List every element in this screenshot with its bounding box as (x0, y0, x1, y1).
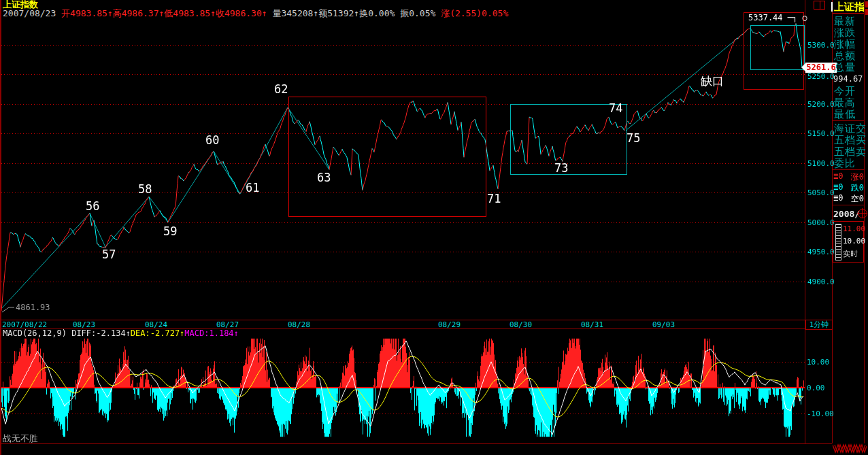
macd-value-field: DEA:-2.727↑ (131, 328, 184, 338)
indicator-metric-box: 11.00 10.00 实时 (833, 221, 864, 263)
quote-field: 涨(2.55)0.05% (441, 8, 508, 18)
wave-count-label: 60 (205, 133, 219, 147)
date-tick-label: 08/29 (438, 320, 461, 329)
date-tick-label: 08/28 (288, 320, 310, 329)
crosshair-icon[interactable] (858, 209, 867, 218)
sidebar-field-label: 委比 (834, 157, 865, 170)
metric-value-3: 实时 (843, 249, 858, 259)
macd-value-field: MACD:1.184↑ (184, 328, 238, 338)
wave-count-label: 58 (138, 182, 152, 196)
quote-field: 开4983.85↑ (61, 8, 113, 18)
clock-text: 2008/ (833, 209, 860, 219)
sidebar-divider (833, 205, 864, 205)
peak-annotation: 5337.44 ─┐ ○ (748, 14, 807, 22)
border-zigzag-decoration (833, 443, 867, 454)
date-tick-label: 08/30 (510, 320, 532, 329)
period-selector[interactable]: 1分钟 (805, 320, 833, 330)
count-icon: ≣0 (833, 182, 843, 194)
date-tick-label: 08/31 (581, 320, 603, 329)
price-axis-label: 4900.0 (807, 277, 835, 286)
quote-field: 低4983.85↑ (164, 8, 216, 18)
macd-value-field: DIFF:-2.134↑ (71, 328, 131, 338)
sidebar-field-value: 994.67 (833, 74, 863, 84)
count-icon: ≣0 (833, 171, 843, 183)
sidebar-count-row: ≣0空0 (833, 193, 864, 205)
macd-axis-label: -10.00 (807, 409, 834, 418)
date-row-top-border (0, 320, 805, 320)
wave-count-label: 73 (554, 161, 568, 175)
macd-axis-label: 10.00 (807, 358, 829, 367)
drawn-rectangle-annotation (750, 25, 805, 70)
quote-field: 收4986.30↑ (216, 8, 272, 18)
macd-value-field: MACD(26,12,9) (3, 328, 71, 338)
trading-app-window: { "app": { "watermark": "战无不胜" }, "title… (0, 0, 868, 455)
sidebar-count-row: ≣0涨0 (833, 171, 864, 183)
last-price-tag: 5261.6 (805, 63, 837, 73)
price-axis-label: 5150.0 (807, 129, 835, 138)
price-axis-label: 5000.0 (807, 218, 835, 227)
wave-count-label: 71 (487, 192, 501, 205)
sidebar-header-underline (833, 13, 864, 14)
wave-count-label: 63 (317, 171, 331, 184)
wave-count-label: 61 (246, 181, 259, 195)
price-axis-label: 5250.0 (807, 72, 835, 81)
quote-field: 高4986.37↑ (113, 8, 165, 18)
quote-field: 额51392↑ (318, 8, 359, 18)
sidebar-field-label: 总量 (834, 61, 865, 74)
count-value: 涨0 (851, 171, 864, 183)
wave-count-label: 56 (86, 199, 99, 213)
wave-count-label: 74 (609, 101, 622, 115)
text-cursor (831, 2, 833, 12)
wave-count-label: 75 (627, 131, 640, 145)
quote-field: 量345208↑ (272, 8, 318, 18)
watermark-text: 战无不胜 (3, 434, 38, 443)
quote-field: 振0.05% (400, 8, 441, 18)
date-tick-label: 09/03 (652, 320, 675, 329)
wave-count-label: 57 (102, 248, 116, 261)
price-axis-label: 5100.0 (807, 159, 835, 168)
price-axis-label: 5050.0 (807, 188, 835, 197)
quote-field: 2007/08/23 (3, 8, 61, 18)
count-icon: ≣0 (833, 193, 843, 205)
price-axis-label: 5200.0 (807, 100, 835, 109)
quote-field: 换0.00% (359, 8, 400, 18)
wave-count-label: 59 (163, 224, 177, 238)
sidebar-field-label: 最低 (834, 108, 865, 121)
scroll-mark-top[interactable] (865, 1, 868, 7)
quote-bar: 2007/08/23 开4983.85↑高4986.37↑低4983.85↑收4… (3, 9, 508, 18)
drawn-rectangle-annotation (288, 97, 486, 217)
macd-indicator-label[interactable]: MACD(26,12,9) DIFF:-2.134↑DEA:-2.727↑MAC… (3, 329, 239, 338)
wave-count-label: 62 (274, 82, 288, 96)
count-value: 跌0 (851, 182, 864, 194)
bottom-border (0, 443, 832, 444)
metric-value-1: 11.00 (843, 224, 865, 233)
macd-chart-canvas[interactable] (1, 338, 805, 441)
scroll-mark-bottom[interactable] (865, 9, 868, 15)
ruler-icon (835, 224, 841, 260)
sidebar-count-row: ≣0跌0 (833, 182, 864, 194)
wave-count-label: 缺口 (701, 73, 724, 89)
macd-axis-label: 0.00 (807, 384, 825, 392)
sidebar-divider (833, 120, 864, 121)
price-axis-label: 4950.0 (807, 248, 835, 256)
sidebar-divider (833, 169, 864, 170)
price-axis-label: 5300.0 (807, 41, 835, 50)
session-low-annotation: 4861.93 (16, 303, 50, 312)
count-value: 空0 (851, 193, 864, 205)
window-split-icon[interactable] (814, 1, 825, 10)
metric-value-2: 10.00 (843, 237, 865, 246)
sidebar-header[interactable]: 上证指数 (834, 1, 864, 13)
